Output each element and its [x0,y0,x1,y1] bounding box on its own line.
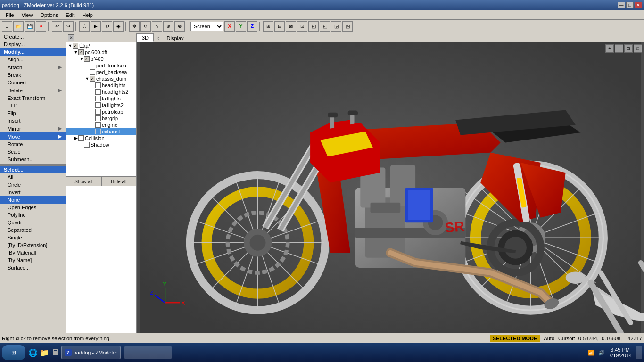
menu-insert[interactable]: Insert [0,117,66,124]
toolbar-new[interactable]: 🗋 [2,21,12,32]
menu-help[interactable]: Help [78,11,97,19]
menu-mirror[interactable]: Mirror▶ [0,124,66,132]
toolbar-scale[interactable]: ⤡ [152,21,162,32]
toolbar-render1[interactable]: ◰ [308,21,319,32]
tree-exhaust[interactable]: exhaust [66,128,136,135]
toolbar-snap4[interactable]: ⊡ [297,21,307,32]
menu-file[interactable]: File [2,11,18,19]
toolbar-snap3[interactable]: ⊠ [286,21,296,32]
tree-chassis-dum[interactable]: ▼ ✓ chassis_dum [66,75,136,82]
tab-display[interactable]: Display [162,34,189,42]
menu-display[interactable]: Display... [0,41,66,48]
menu-options[interactable]: Options [36,11,62,19]
menu-by-id[interactable]: [By ID/Extension] [0,241,66,249]
toolbar-delete[interactable]: ✕ [36,21,46,32]
taskbar-zmodeler[interactable]: Z paddog - ZModeler [61,346,121,359]
taskbar-icon-ie[interactable]: 🌐 [27,347,39,358]
menu-invert[interactable]: Invert [0,189,66,196]
toolbar-render2[interactable]: ◱ [320,21,330,32]
menu-by-material[interactable]: [By Material] [0,249,66,256]
toolbar-render4[interactable]: ◳ [342,21,353,32]
menu-surface[interactable]: Surface... [0,264,66,272]
tree-bargrip[interactable]: bargrip [66,115,136,122]
svg-line-73 [641,263,644,313]
viewport-ctrl-maximize[interactable]: □ [634,44,642,53]
tree-taillights2[interactable]: taillights2 [66,102,136,108]
toolbar-redo[interactable]: ↪ [63,21,74,32]
tab-3d[interactable]: 3D [137,33,154,42]
toolbar-btn3[interactable]: ⚙ [102,21,112,32]
menu-open-edges[interactable]: Open Edges [0,204,66,211]
menu-none[interactable]: None [0,196,66,204]
toolbar-btn4[interactable]: ◉ [113,21,124,32]
start-button[interactable]: ⊞ [2,345,25,360]
menu-rotate[interactable]: Rotate [0,140,66,148]
menu-exact-transform[interactable]: Exact Transform [0,94,66,102]
toolbar-btn2[interactable]: ▶ [91,21,101,32]
toolbar-snap2[interactable]: ⊟ [274,21,285,32]
tree-taillights[interactable]: taillights [66,95,136,102]
menu-break[interactable]: Break [0,71,66,79]
axis-y[interactable]: Y [236,21,246,32]
taskbar-icon-calc[interactable]: 🖩 [50,347,61,358]
menu-by-name[interactable]: [By Name] [0,256,66,264]
menu-edit[interactable]: Edit [62,11,78,19]
menu-flip[interactable]: Flip [0,109,66,117]
toolbar-btn5[interactable]: ⊕ [163,21,173,32]
show-desktop-button[interactable] [636,346,642,359]
menu-modify[interactable]: Modify... [0,48,66,56]
tree-headlights[interactable]: headlights [66,82,136,89]
menu-ffd[interactable]: FFD [0,102,66,109]
menu-all[interactable]: All [0,173,66,181]
toolbar-move[interactable]: ✥ [129,21,140,32]
viewport-ctrl-zoom-out[interactable]: — [615,44,623,53]
axis-x[interactable]: X [224,21,235,32]
toolbar-btn1[interactable]: ⬡ [79,21,90,32]
tree-close-button[interactable]: ✕ [68,34,74,41]
minimize-button[interactable]: — [618,2,625,8]
toolbar-save[interactable]: 💾 [25,21,35,32]
show-all-button[interactable]: Show all [66,177,101,186]
close-button[interactable]: ✕ [635,2,642,8]
viewport-ctrl-fit[interactable]: ⊡ [624,44,633,53]
toolbar-undo[interactable]: ↩ [52,21,62,32]
axis-z[interactable]: Z [247,21,257,32]
menu-separated[interactable]: Separated [0,226,66,234]
menu-polyline[interactable]: Polyline [0,211,66,219]
toolbar-rotate[interactable]: ↺ [140,21,151,32]
tree-headlights2[interactable]: headlights2 [66,89,136,95]
tree-engine[interactable]: engine [66,122,136,128]
viewport-ctrl-zoom-in[interactable]: + [605,44,614,53]
tree-ped-backsea[interactable]: ped_backsea [66,69,136,75]
tree-pcj600[interactable]: ▼ ✓ pcj600.dff [66,49,136,56]
menu-align[interactable]: Align... [0,56,66,63]
menu-scale[interactable]: Scale [0,148,66,156]
menu-submesh[interactable]: Submesh... [0,156,66,163]
menu-create[interactable]: Create... [0,33,66,41]
tree-shadow[interactable]: Shadow [66,141,136,148]
toolbar-btn6[interactable]: ⊗ [174,21,185,32]
tree-root[interactable]: ▼ ✓ Éáµ¹ [66,42,136,49]
screen-dropdown[interactable]: Screen [190,22,223,31]
menu-view[interactable]: View [18,11,37,19]
toolbar-snap1[interactable]: ⊞ [263,21,273,32]
toolbar-open[interactable]: 📂 [13,21,24,32]
menu-select[interactable]: Select...≡ [0,166,66,173]
menu-attach[interactable]: Attach▶ [0,63,66,71]
tree-shadow-label: Shadow [91,142,109,148]
hide-all-button[interactable]: Hide all [101,177,137,186]
maximize-button[interactable]: □ [626,2,634,8]
menu-circle[interactable]: Circle [0,181,66,189]
tree-petrolcap[interactable]: petrolcap [66,108,136,115]
tree-bf400[interactable]: ▼ ✓ bf400 [66,56,136,62]
tree-ped-frontsea[interactable]: ped_frontsea [66,62,136,69]
menu-delete[interactable]: Delete▶ [0,86,66,94]
tray-icon-volume: 🔊 [598,350,605,356]
menu-connect[interactable]: Connect [0,79,66,86]
toolbar-render3[interactable]: ◲ [331,21,341,32]
taskbar-icon-files[interactable]: 📁 [39,347,50,358]
menu-quadr[interactable]: Quadr [0,219,66,226]
menu-single[interactable]: Single [0,234,66,241]
menu-move[interactable]: Move▶ [0,132,66,140]
tree-collision[interactable]: ▶ Collision [66,135,136,141]
